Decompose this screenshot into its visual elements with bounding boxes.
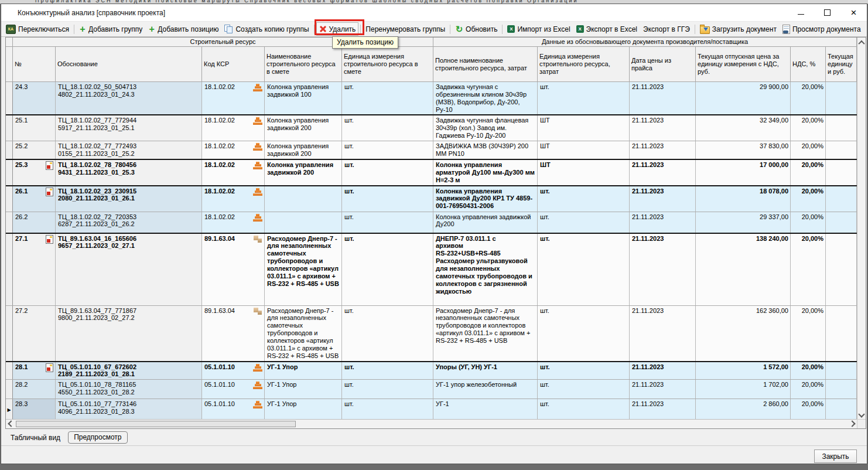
cell-price[interactable]: 1 702,00 [696, 380, 791, 399]
cell-ksr-code[interactable]: 89.1.63.04 [202, 306, 265, 361]
cell-extra-clipped[interactable] [826, 186, 857, 212]
cell-vat[interactable]: 20,00% [791, 115, 826, 141]
cell-number[interactable]: 25.2 [13, 141, 56, 159]
vertical-scrollbar[interactable] [857, 38, 866, 419]
cell-justification[interactable]: ТЦ_18.1.02.02_78_780456 9431_21.11.2023_… [56, 160, 202, 185]
row-selector-gutter[interactable] [6, 82, 13, 114]
cell-vat[interactable]: 20,00% [791, 399, 826, 419]
tab-table-view[interactable]: Табличный вид [5, 431, 66, 444]
cell-full-name[interactable]: Колонка управления арматурой Ду100 мм-Ду… [433, 160, 538, 185]
cell-extra-clipped[interactable] [826, 141, 857, 159]
cell-unit-estimate[interactable]: шт. [342, 115, 433, 141]
row-selector-gutter[interactable] [6, 186, 13, 212]
cell-name-estimate[interactable]: УГ-1 Упор [265, 362, 342, 380]
cell-unit-doc[interactable]: ШТ [538, 115, 630, 141]
cell-unit-doc[interactable]: шт. [538, 380, 630, 399]
cell-unit-doc[interactable]: шт. [538, 212, 630, 233]
copy-group-button[interactable]: Создать копию группы [221, 22, 312, 36]
cell-price[interactable]: 17 000,00 [696, 160, 791, 185]
cell-unit-estimate[interactable]: шт. [342, 306, 433, 361]
cell-ksr-code[interactable]: 18.1.02.02 [202, 212, 265, 233]
cell-name-estimate[interactable] [265, 212, 342, 233]
row-selector-gutter[interactable] [6, 234, 13, 305]
table-row[interactable]: 28.3 ТЦ_05.1.01.10_77_773146 4096_21.11.… [6, 399, 857, 419]
delete-button[interactable]: Удалить [316, 22, 359, 36]
table-row[interactable]: 26.1 ТЦ_18.1.02.02_23_230915 2080_21.11.… [6, 185, 857, 212]
cell-unit-estimate[interactable]: шт. [342, 362, 433, 380]
cell-unit-doc[interactable]: шт. [538, 362, 630, 380]
cell-unit-estimate[interactable]: шт. [342, 82, 433, 114]
cell-price[interactable]: 18 078,00 [696, 186, 791, 212]
cell-price[interactable]: 37 830,00 [696, 141, 791, 159]
cell-number[interactable]: 27.1 [13, 234, 56, 305]
cell-full-name[interactable]: УГ-1 упор железобетонный [433, 380, 538, 399]
cell-extra-clipped[interactable] [826, 212, 857, 233]
cell-extra-clipped[interactable] [826, 362, 857, 380]
cell-justification[interactable]: ТЦ_89.1.63.04_77_771867 9800_21.11.2023_… [56, 306, 202, 361]
cell-justification[interactable]: ТЦ_18.1.02.02_77_772944 5917_21.11.2023_… [56, 115, 202, 141]
row-selector-gutter[interactable] [6, 380, 13, 399]
cell-name-estimate[interactable]: Колонка управления задвижкой 100 [265, 82, 342, 114]
cell-justification[interactable]: ТЦ_18.1.02.02_50_504713 4802_21.11.2023_… [56, 82, 202, 114]
cell-justification[interactable]: ТЦ_18.1.02.02_77_772493 0155_21.11.2023_… [56, 141, 202, 159]
cell-price[interactable]: 29 337,00 [696, 212, 791, 233]
cell-justification[interactable]: ТЦ_18.1.02.02_72_720353 6287_21.11.2023_… [56, 212, 202, 233]
table-row[interactable]: 24.3 ТЦ_18.1.02.02_50_504713 4802_21.11.… [6, 82, 857, 114]
cell-ksr-code[interactable]: 18.1.02.02 [202, 141, 265, 159]
cell-ksr-code[interactable]: 05.1.01.10 [202, 362, 265, 380]
refresh-button[interactable]: Обновить [452, 22, 500, 36]
table-row[interactable]: 27.2 ТЦ_89.1.63.04_77_771867 9800_21.11.… [6, 305, 857, 361]
cell-full-name[interactable]: Колонка управления задвижкой Ду200 КР1 Т… [433, 186, 538, 212]
cell-name-estimate[interactable]: УГ-1 Упор [265, 399, 342, 419]
cell-vat[interactable]: 20,00% [791, 234, 826, 305]
cell-vat[interactable]: 20,00% [791, 362, 826, 380]
cell-extra-clipped[interactable] [826, 115, 857, 141]
cell-price-date[interactable]: 21.11.2023 [630, 399, 696, 419]
tab-preview[interactable]: Предпросмотр [68, 431, 127, 444]
row-selector-gutter[interactable] [6, 306, 13, 361]
cell-unit-estimate[interactable]: шт. [342, 212, 433, 233]
cell-number[interactable]: 25.3 [13, 160, 56, 185]
cell-full-name[interactable]: УГ-1 [433, 399, 538, 419]
cell-unit-estimate[interactable]: шт. [342, 380, 433, 399]
cell-extra-clipped[interactable] [826, 399, 857, 419]
cell-full-name[interactable]: Задвижка чугунная фланцевая 30ч39р (хол.… [433, 115, 538, 141]
cell-full-name[interactable]: ДНЕПР-7 03.011.1 с архивом RS-232+USB+RS… [433, 234, 538, 305]
table-row[interactable]: 26.2 ТЦ_18.1.02.02_72_720353 6287_21.11.… [6, 212, 857, 233]
cell-price-date[interactable]: 21.11.2023 [630, 306, 696, 361]
close-button[interactable]: Закрыть [814, 449, 857, 463]
cell-unit-doc[interactable]: шт. [538, 82, 630, 114]
cell-unit-estimate[interactable]: шт. [342, 399, 433, 419]
cell-price-date[interactable]: 21.11.2023 [630, 82, 696, 114]
cell-full-name[interactable]: Упоры (УГ, УН) УГ-1 [433, 362, 538, 380]
add-group-button[interactable]: Добавить группу [76, 22, 145, 36]
cell-vat[interactable]: 20,00% [791, 186, 826, 212]
cell-name-estimate[interactable] [265, 186, 342, 212]
cell-ksr-code[interactable]: 18.1.02.02 [202, 115, 265, 141]
cell-extra-clipped[interactable] [826, 160, 857, 185]
cell-price-date[interactable]: 21.11.2023 [630, 212, 696, 233]
cell-ksr-code[interactable]: 05.1.01.10 [202, 380, 265, 399]
table-row[interactable]: 25.1 ТЦ_18.1.02.02_77_772944 5917_21.11.… [6, 114, 857, 141]
cell-extra-clipped[interactable] [826, 234, 857, 305]
row-selector-gutter[interactable] [6, 212, 13, 233]
cell-unit-doc[interactable]: шт. [538, 306, 630, 361]
cell-justification[interactable]: ТЦ_18.1.02.02_23_230915 2080_21.11.2023_… [56, 186, 202, 212]
cell-number[interactable]: 26.1 [13, 186, 56, 212]
cell-vat[interactable]: 20,00% [791, 160, 826, 185]
table-row[interactable]: 28.1 ТЦ_05.1.01.10_67_672602 2189_21.11.… [6, 361, 857, 380]
cell-ksr-code[interactable]: 18.1.02.02 [202, 160, 265, 185]
cell-justification[interactable]: ТЦ_05.1.01.10_67_672602 2189_21.11.2023_… [56, 362, 202, 380]
cell-number[interactable]: 26.2 [13, 212, 56, 233]
cell-number[interactable]: 28.1 [13, 362, 56, 380]
cell-vat[interactable]: 20,00% [791, 141, 826, 159]
import-excel-button[interactable]: Импорт из Excel [504, 22, 573, 36]
cell-unit-doc[interactable]: ШТ [538, 141, 630, 159]
row-selector-gutter[interactable] [6, 115, 13, 141]
horizontal-scroll-thumb[interactable] [16, 421, 296, 427]
cell-vat[interactable]: 20,00% [791, 82, 826, 114]
cell-price-date[interactable]: 21.11.2023 [630, 160, 696, 185]
close-window-icon[interactable] [840, 4, 867, 21]
minimize-icon[interactable] [788, 4, 814, 21]
table-row[interactable]: 28.2 ТЦ_05.1.01.10_78_781165 4550_21.11.… [6, 379, 857, 399]
